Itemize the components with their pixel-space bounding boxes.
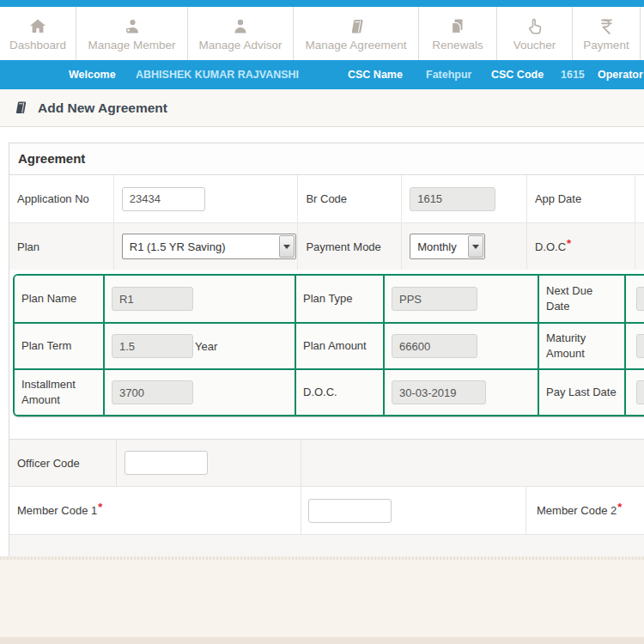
doc-table-input — [392, 380, 486, 404]
user-name: ABHISHEK KUMAR RAJVANSHI — [136, 60, 299, 89]
plan-table-row-2: Plan Term Year Plan Amount Maturity Amou… — [15, 322, 644, 368]
br-code-label: Br Code — [306, 192, 347, 205]
application-no-input[interactable] — [122, 187, 205, 211]
plan-name-input — [112, 287, 193, 311]
plan-amount-input — [392, 334, 477, 358]
officer-code-input[interactable] — [125, 451, 208, 475]
plan-type-label: Plan Type — [303, 291, 358, 307]
maturity-amount-input — [636, 334, 644, 358]
home-icon — [27, 15, 48, 38]
doc-table-label: D.O.C. — [303, 385, 343, 400]
plan-name-label: Plan Name — [21, 291, 82, 307]
advisor-icon — [230, 15, 251, 38]
nav-item-manage-agreement[interactable]: Manage Agreement — [294, 7, 419, 60]
nav-label: Payment — [583, 39, 629, 52]
agreement-panel: Agreement Application No Br Code App Dat… — [9, 143, 644, 556]
page-book-icon — [11, 99, 29, 117]
plan-label: Plan — [17, 240, 39, 253]
nav-item-payment[interactable]: Payment — [573, 7, 641, 60]
nav-item-dashboard[interactable]: Dashboard — [0, 7, 76, 60]
plan-term-input — [112, 334, 193, 358]
member-icon — [122, 15, 143, 38]
partial-row — [9, 534, 644, 556]
rupee-icon — [597, 15, 616, 38]
csc-name-value: Fatehpur — [426, 60, 471, 89]
page-header: Add New Agreement — [0, 89, 644, 127]
csc-name-label: CSC Name — [348, 60, 403, 89]
app-date-label: App Date — [535, 192, 581, 205]
plan-table-row-1: Plan Name Plan Type Next Due Date — [15, 276, 644, 322]
doc-label: D.O.C* — [535, 240, 571, 253]
nav-item-manage-advisor[interactable]: Manage Advisor — [188, 7, 294, 60]
nav-label: Dashboard — [9, 39, 66, 52]
nav-item-manage-member[interactable]: Manage Member — [76, 7, 188, 60]
book-icon — [346, 15, 367, 38]
officer-member-section: Officer Code Member Code 1* Member Code … — [9, 439, 644, 556]
payment-mode-label: Payment Mode — [306, 240, 380, 253]
officer-code-row: Officer Code — [9, 440, 644, 486]
welcome-label: Welcome — [69, 60, 116, 89]
maturity-amount-label: Maturity Amount — [546, 331, 624, 361]
nav-label: Renewals — [432, 39, 483, 52]
plan-term-label: Plan Term — [21, 338, 76, 354]
form-row-2: Plan R1 (1.5 YR Saving) Payment Mode Mon… — [9, 222, 644, 270]
member-code-2-label: Member Code 2* — [537, 504, 622, 517]
plan-select[interactable]: R1 (1.5 YR Saving) — [122, 234, 296, 259]
top-accent-strip — [0, 0, 644, 7]
hand-icon — [525, 15, 545, 38]
plan-amount-label: Plan Amount — [303, 338, 372, 354]
top-navigation: Dashboard Manage Member Manage Advisor — [0, 7, 644, 60]
pages-icon — [447, 15, 468, 38]
panel-title: Agreement — [9, 143, 644, 175]
payment-mode-select-value: Monthly — [410, 234, 467, 258]
plan-term-unit: Year — [195, 340, 217, 353]
pay-last-date-label: Pay Last Date — [546, 385, 622, 400]
member-code-1-input[interactable] — [308, 499, 392, 523]
footer-bottom-strip — [0, 637, 644, 644]
app-window: Dashboard Manage Member Manage Advisor — [0, 0, 644, 644]
nav-label: Manage Agreement — [306, 39, 407, 52]
required-asterisk: * — [98, 501, 102, 513]
chevron-down-icon — [279, 235, 295, 258]
plan-details-table: Plan Name Plan Type Next Due Date Plan T… — [13, 274, 644, 416]
plan-type-input — [392, 287, 477, 311]
member-code-row: Member Code 1* Member Code 2* — [9, 486, 644, 534]
nav-item-renewals[interactable]: Renewals — [419, 7, 497, 60]
plan-select-value: R1 (1.5 YR Saving) — [123, 234, 278, 258]
next-due-date-input — [636, 287, 644, 311]
required-asterisk: * — [567, 237, 571, 250]
officer-code-label: Officer Code — [17, 457, 80, 470]
footer-dither-edge — [0, 556, 644, 560]
form-row-1: Application No Br Code App Date — [9, 175, 644, 222]
br-code-input — [410, 187, 495, 211]
nav-label: Manage Advisor — [199, 39, 283, 52]
page-footer-area — [0, 556, 644, 644]
csc-code-label: CSC Code — [491, 60, 544, 89]
main-content: Agreement Application No Br Code App Dat… — [0, 127, 644, 556]
plan-table-row-3: Installment Amount D.O.C. Pay Last Date — [15, 368, 644, 415]
session-bar: Welcome ABHISHEK KUMAR RAJVANSHI CSC Nam… — [0, 60, 644, 89]
payment-mode-select[interactable]: Monthly — [410, 234, 485, 259]
installment-amount-label: Installment Amount — [21, 377, 103, 407]
next-due-date-label: Next Due Date — [546, 283, 624, 313]
application-no-label: Application No — [17, 192, 89, 205]
chevron-down-icon — [468, 235, 483, 258]
member-code-1-label: Member Code 1* — [17, 504, 102, 517]
page-title: Add New Agreement — [38, 100, 167, 116]
nav-label: Manage Member — [88, 39, 175, 52]
required-asterisk: * — [617, 501, 622, 513]
nav-label: Voucher — [513, 39, 556, 52]
installment-amount-input — [112, 380, 193, 404]
nav-item-voucher[interactable]: Voucher — [497, 7, 573, 60]
operator-label: Operator — [598, 60, 643, 89]
csc-code-value: 1615 — [561, 60, 585, 89]
pay-last-date-input — [636, 380, 644, 404]
